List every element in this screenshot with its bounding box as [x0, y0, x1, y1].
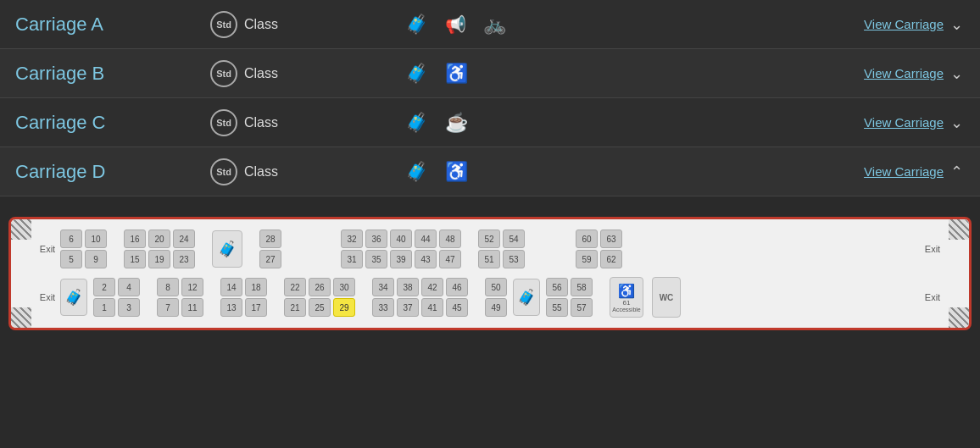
seat-13[interactable]: 13: [220, 298, 242, 317]
seat-39[interactable]: 39: [390, 250, 412, 268]
carriage-row-d: Carriage D Std Class 🧳 ♿ View Carriage ⌃: [0, 147, 980, 196]
seat-59[interactable]: 59: [576, 250, 598, 268]
seat-3[interactable]: 3: [118, 298, 140, 317]
wc-box: WC: [652, 277, 681, 318]
seat-9[interactable]: 9: [85, 250, 107, 268]
std-badge-c: Std: [210, 109, 237, 136]
seat-pair-40-39: 40 39: [390, 230, 412, 268]
seat-pair-38-37: 38 37: [397, 278, 419, 317]
seat-57[interactable]: 57: [571, 298, 593, 317]
chevron-down-icon-a[interactable]: ⌄: [950, 15, 963, 34]
seat-42[interactable]: 42: [421, 278, 443, 296]
seat-45[interactable]: 45: [446, 298, 468, 317]
view-carriage-b-link[interactable]: View Carriage: [864, 66, 944, 80]
seat-47[interactable]: 47: [439, 250, 461, 268]
chevron-down-icon-c[interactable]: ⌄: [950, 113, 963, 132]
coffee-icon-c: ☕: [445, 112, 468, 134]
seat-28[interactable]: 28: [259, 230, 281, 248]
lower-seat-row: Exit 🧳 2 1 4 3 8 7 12 11: [18, 277, 962, 318]
seat-22[interactable]: 22: [284, 278, 306, 296]
seat-19[interactable]: 19: [148, 250, 170, 268]
seat-54[interactable]: 54: [503, 230, 525, 248]
seat-21[interactable]: 21: [284, 298, 306, 317]
seat-40[interactable]: 40: [390, 230, 412, 248]
seat-31[interactable]: 31: [341, 250, 363, 268]
seat-27[interactable]: 27: [259, 250, 281, 268]
carriage-a-icons: 🧳 📢 🚲: [397, 14, 768, 36]
seat-49[interactable]: 49: [485, 298, 507, 317]
seat-25[interactable]: 25: [309, 298, 331, 317]
seat-7[interactable]: 7: [157, 298, 179, 317]
carriage-row-b: Carriage B Std Class 🧳 ♿ View Carriage ⌄: [0, 49, 980, 98]
seat-52[interactable]: 52: [478, 230, 500, 248]
chevron-up-icon-d[interactable]: ⌃: [950, 163, 963, 181]
seat-pair-8-7: 8 7: [157, 278, 179, 317]
seat-30[interactable]: 30: [333, 278, 355, 296]
view-carriage-b-cell: View Carriage ⌄: [768, 64, 980, 83]
carriage-b-icons: 🧳 ♿: [397, 63, 768, 85]
seat-43[interactable]: 43: [415, 250, 437, 268]
accessible-seat-61[interactable]: ♿ 61 Accessible: [610, 277, 643, 318]
seat-34[interactable]: 34: [372, 278, 394, 296]
chevron-down-icon-b[interactable]: ⌄: [950, 64, 963, 83]
seat-18[interactable]: 18: [245, 278, 267, 296]
seat-37[interactable]: 37: [397, 298, 419, 317]
seat-pair-10-9: 10 9: [85, 230, 107, 268]
exit-label-upper-right: Exit: [920, 244, 945, 254]
seat-pair-12-11: 12 11: [181, 278, 203, 317]
seat-4[interactable]: 4: [118, 278, 140, 296]
seat-33[interactable]: 33: [372, 298, 394, 317]
seat-29[interactable]: 29: [333, 298, 355, 317]
seat-20[interactable]: 20: [148, 230, 170, 248]
seat-8[interactable]: 8: [157, 278, 179, 296]
seat-48[interactable]: 48: [439, 230, 461, 248]
seat-50[interactable]: 50: [485, 278, 507, 296]
seat-5[interactable]: 5: [60, 250, 82, 268]
seat-14[interactable]: 14: [220, 278, 242, 296]
carriage-a-name: Carriage A: [0, 14, 210, 36]
seat-12[interactable]: 12: [181, 278, 203, 296]
seat-58[interactable]: 58: [571, 278, 593, 296]
seat-51[interactable]: 51: [478, 250, 500, 268]
seat-46[interactable]: 46: [446, 278, 468, 296]
seat-pair-54-53: 54 53: [503, 230, 525, 268]
upper-seats-area: 6 5 10 9 16 15 20 19 24 23 🧳: [60, 230, 920, 268]
seat-24[interactable]: 24: [173, 230, 195, 248]
seat-11[interactable]: 11: [181, 298, 203, 317]
seat-35[interactable]: 35: [365, 250, 387, 268]
seat-pair-26-25: 26 25: [309, 278, 331, 317]
carriage-d-icons: 🧳 ♿: [397, 161, 768, 183]
seat-23[interactable]: 23: [173, 250, 195, 268]
std-badge-d: Std: [210, 158, 237, 185]
seat-map: Exit 6 5 10 9 16 15 20 19 24: [8, 217, 972, 330]
view-carriage-c-link[interactable]: View Carriage: [864, 115, 944, 130]
seat-pair-46-45: 46 45: [446, 278, 468, 317]
seat-55[interactable]: 55: [546, 298, 568, 317]
seat-1[interactable]: 1: [93, 298, 115, 317]
luggage-icon-a: 🧳: [405, 14, 428, 36]
seat-60[interactable]: 60: [576, 230, 598, 248]
seat-26[interactable]: 26: [309, 278, 331, 296]
seat-10[interactable]: 10: [85, 230, 107, 248]
class-label-a: Class: [244, 17, 278, 32]
seat-36[interactable]: 36: [365, 230, 387, 248]
seat-16[interactable]: 16: [124, 230, 146, 248]
seat-38[interactable]: 38: [397, 278, 419, 296]
seat-53[interactable]: 53: [503, 250, 525, 268]
seat-32[interactable]: 32: [341, 230, 363, 248]
seat-2[interactable]: 2: [93, 278, 115, 296]
seat-56[interactable]: 56: [546, 278, 568, 296]
seat-pair-58-57: 58 57: [571, 278, 593, 317]
seat-63[interactable]: 63: [600, 230, 622, 248]
seat-17[interactable]: 17: [245, 298, 267, 317]
seat-15[interactable]: 15: [124, 250, 146, 268]
seat-62[interactable]: 62: [600, 250, 622, 268]
seat-41[interactable]: 41: [421, 298, 443, 317]
seat-44[interactable]: 44: [415, 230, 437, 248]
seat-6[interactable]: 6: [60, 230, 82, 248]
seat-pair-18-17: 18 17: [245, 278, 267, 317]
view-carriage-a-link[interactable]: View Carriage: [864, 17, 944, 31]
carriage-c-icons: 🧳 ☕: [397, 112, 768, 134]
bicycle-icon-a: 🚲: [483, 14, 506, 36]
view-carriage-d-link[interactable]: View Carriage: [864, 164, 944, 179]
